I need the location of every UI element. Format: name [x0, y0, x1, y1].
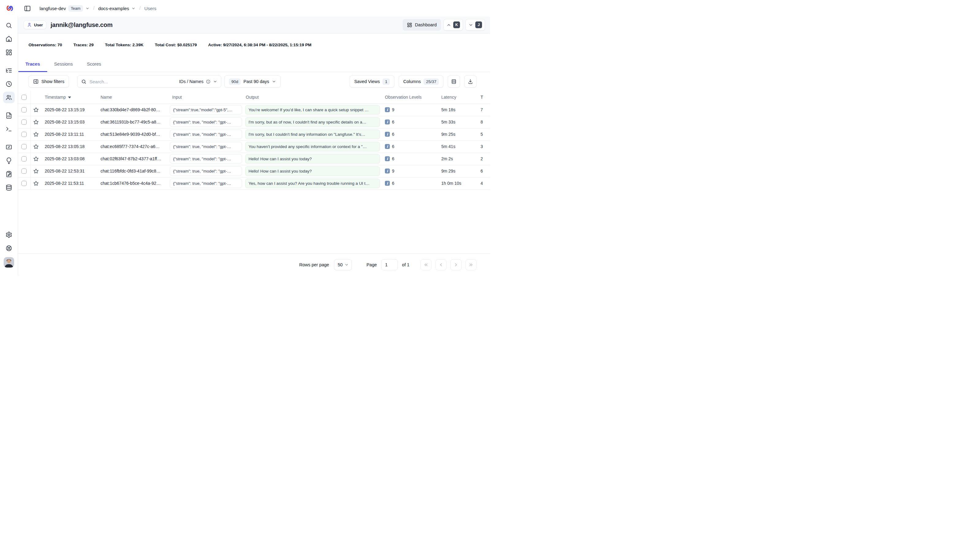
stat-observations: Observations: 70	[29, 43, 62, 47]
pagination-bar: Rows per page 50 Page of 1	[18, 253, 490, 276]
row-checkbox[interactable]	[21, 144, 27, 149]
timestamp-cell[interactable]: 2025-08-22 13:15:03	[42, 116, 97, 128]
rows-icon	[451, 79, 457, 84]
dashboard-button[interactable]: Dashboard	[402, 19, 441, 31]
output-cell[interactable]: You’re welcome! If you’d like, I can sha…	[245, 105, 380, 115]
previous-page-button[interactable]	[436, 259, 447, 270]
input-cell[interactable]: {"stream": true, "model": "gpt-…	[170, 154, 242, 164]
timestamp-cell[interactable]: 2025-08-22 13:11:11	[42, 128, 97, 140]
name-cell[interactable]: chat:ec685f77-7374-427c-a6…	[97, 140, 169, 153]
search-scope-dropdown[interactable]: IDs / Names	[179, 79, 217, 84]
row-checkbox[interactable]	[21, 169, 27, 174]
input-cell[interactable]: {"stream": true, "model": "gpt-…	[170, 166, 242, 176]
sidebar-item-evaluators[interactable]	[3, 141, 15, 153]
bookmark-star-icon[interactable]	[33, 180, 39, 186]
name-cell[interactable]: chat:02f63f47-87b2-4377-a1ff…	[97, 153, 169, 165]
bookmark-star-icon[interactable]	[33, 168, 39, 174]
timestamp-cell[interactable]: 2025-08-22 13:05:18	[42, 140, 97, 153]
input-cell[interactable]: {"stream":true,"model":"gpt-5",…	[170, 105, 242, 115]
info-level-icon: i	[385, 107, 390, 112]
sidebar-item-settings[interactable]	[3, 229, 15, 240]
timestamp-cell[interactable]: 2025-08-22 11:53:11	[42, 177, 97, 190]
header-timestamp[interactable]: Timestamp	[42, 91, 97, 104]
first-page-button[interactable]	[420, 259, 431, 270]
input-cell[interactable]: {"stream": true, "model": "gpt-…	[170, 130, 242, 139]
user-avatar[interactable]	[4, 257, 14, 268]
next-page-button[interactable]	[450, 259, 461, 270]
output-cell[interactable]: Hello! How can I assist you today?	[245, 166, 380, 176]
tab-scores[interactable]: Scores	[80, 56, 108, 72]
output-cell[interactable]: I'm sorry, but as of now, I couldn't fin…	[245, 117, 380, 127]
sidebar-item-tracing[interactable]	[3, 65, 15, 76]
name-cell[interactable]: chat:1cb67476-b5ce-4c4a-92…	[97, 177, 169, 190]
sidebar-item-support[interactable]	[3, 242, 15, 254]
time-range-dropdown[interactable]: 90d Past 90 days	[224, 75, 281, 88]
sidebar-item-search[interactable]	[3, 20, 15, 31]
table-row[interactable]: 2025-08-22 11:53:11 chat:1cb67476-b5ce-4…	[18, 177, 490, 190]
output-cell[interactable]: I'm sorry, but I couldn't find any infor…	[245, 130, 380, 139]
bookmark-star-icon[interactable]	[33, 131, 39, 137]
name-cell[interactable]: chat:3611931b-bc77-49c5-a8…	[97, 116, 169, 128]
rows-per-page-select[interactable]: 50	[334, 259, 352, 270]
latency-cell: 9m 29s	[438, 165, 478, 177]
sidebar-item-home[interactable]	[3, 33, 15, 45]
bookmark-star-icon[interactable]	[33, 119, 39, 125]
tab-sessions[interactable]: Sessions	[47, 56, 80, 72]
chevrons-left-icon	[423, 262, 428, 267]
name-cell[interactable]: chat:330bd4e7-d869-4b2f-80…	[97, 104, 169, 116]
show-filters-button[interactable]: Show filters	[29, 75, 69, 88]
output-cell[interactable]: Hello! How can I assist you today?	[245, 154, 380, 164]
bookmark-star-icon[interactable]	[33, 144, 39, 150]
sidebar-item-sessions[interactable]	[3, 78, 15, 90]
bookmark-star-icon[interactable]	[33, 107, 39, 113]
name-cell[interactable]: chat:116fbfdc-0fd3-41af-99c8…	[97, 165, 169, 177]
sidebar-item-prompts[interactable]	[3, 110, 15, 121]
row-checkbox[interactable]	[21, 132, 27, 137]
export-download-button[interactable]	[464, 75, 477, 88]
breadcrumb-project-button[interactable]: docs-examples	[98, 6, 135, 11]
sidebar-toggle-button[interactable]	[23, 4, 32, 13]
bookmark-star-icon[interactable]	[33, 156, 39, 162]
output-cell[interactable]: You haven't provided any specific inform…	[245, 142, 380, 151]
row-checkbox[interactable]	[21, 156, 27, 161]
timestamp-cell[interactable]: 2025-08-22 12:53:31	[42, 165, 97, 177]
sidebar-item-datasets[interactable]	[3, 182, 15, 193]
sidebar-item-dashboards[interactable]	[3, 46, 15, 58]
org-name: langfuse-dev	[40, 6, 66, 11]
sidebar-item-users[interactable]	[3, 92, 15, 103]
table-row[interactable]: 2025-08-22 13:15:19 chat:330bd4e7-d869-4…	[18, 104, 490, 116]
last-page-button[interactable]	[466, 259, 477, 270]
sidebar-item-playground[interactable]	[3, 123, 15, 135]
breadcrumb-org-button[interactable]: langfuse-dev Team	[40, 5, 89, 12]
table-row[interactable]: 2025-08-22 13:05:18 chat:ec685f77-7374-4…	[18, 140, 490, 153]
rows-per-page-value: 50	[338, 262, 343, 267]
table-row[interactable]: 2025-08-22 13:15:03 chat:3611931b-bc77-4…	[18, 116, 490, 128]
output-cell[interactable]: Yes, how can I assist you? Are you havin…	[245, 179, 380, 188]
tab-traces[interactable]: Traces	[18, 56, 47, 72]
row-height-button[interactable]	[448, 75, 460, 88]
row-checkbox[interactable]	[21, 107, 27, 113]
columns-button[interactable]: Columns 25/37	[399, 75, 444, 88]
name-cell[interactable]: chat:513e84e9-9039-42d0-bf…	[97, 128, 169, 140]
navigate-down-button[interactable]: J	[466, 19, 485, 31]
project-name: docs-examples	[98, 6, 129, 11]
input-cell[interactable]: {"stream": true, "model": "gpt-…	[170, 179, 242, 188]
saved-views-button[interactable]: Saved Views 1	[350, 75, 395, 88]
select-all-checkbox[interactable]	[21, 95, 27, 100]
search-input[interactable]	[89, 79, 176, 84]
sidebar-item-annotation-queues[interactable]	[3, 168, 15, 180]
page-number-input[interactable]	[381, 259, 398, 270]
timestamp-cell[interactable]: 2025-08-22 13:03:08	[42, 153, 97, 165]
table-row[interactable]: 2025-08-22 13:03:08 chat:02f63f47-87b2-4…	[18, 153, 490, 165]
percent-box-icon	[5, 144, 12, 150]
timestamp-cell[interactable]: 2025-08-22 13:15:19	[42, 104, 97, 116]
input-cell[interactable]: {"stream": true, "model": "gpt-…	[170, 117, 242, 127]
row-checkbox[interactable]	[21, 181, 27, 186]
table-row[interactable]: 2025-08-22 13:11:11 chat:513e84e9-9039-4…	[18, 128, 490, 140]
navigate-up-button[interactable]: K	[444, 19, 463, 31]
sidebar-item-llm-as-a-judge[interactable]	[3, 155, 15, 166]
input-cell[interactable]: {"stream": true, "model": "gpt-…	[170, 142, 242, 151]
info-level-icon: i	[385, 156, 390, 161]
table-row[interactable]: 2025-08-22 12:53:31 chat:116fbfdc-0fd3-4…	[18, 165, 490, 177]
row-checkbox[interactable]	[21, 119, 27, 125]
